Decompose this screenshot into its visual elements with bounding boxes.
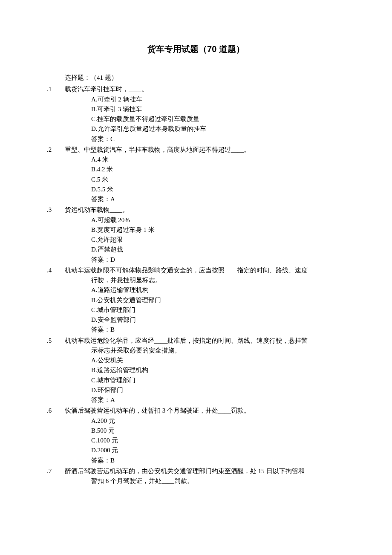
question: .4机动车运载超限不可解体物品影响交通安全的，应当按照____指定的时间、路线、… — [47, 266, 345, 335]
question-stem: 货运机动车载物____。 — [65, 205, 345, 215]
question-number: .7 — [47, 466, 65, 486]
question-option: B.道路运输管理机构 — [65, 365, 345, 375]
question-option: A.道路运输管理机构 — [65, 285, 345, 295]
question-option: B.500 元 — [65, 426, 345, 436]
question-option: C.1000 元 — [65, 436, 345, 445]
question-option: D.安全监管部门 — [65, 315, 345, 325]
question-option: D.5.5 米 — [65, 185, 345, 194]
question-option: C.允许超限 — [65, 235, 345, 245]
question-stem: 饮酒后驾驶营运机动车的，处暂扣 3 个月驾驶证，并处____罚款。 — [65, 406, 345, 416]
question-option: A.4 米 — [65, 155, 345, 165]
question-stem: 机动车运载超限不可解体物品影响交通安全的，应当按照____指定的时间、路线、速度 — [65, 266, 345, 275]
question-answer: 答案：C — [65, 134, 345, 144]
question-number: .3 — [47, 205, 65, 265]
question-option: C.城市管理部门 — [65, 305, 345, 315]
question-answer: 答案：D — [65, 255, 345, 265]
question-stem-cont: 示标志并采取必要的安全措施。 — [65, 346, 345, 356]
question-stem: 机动车载运危险化学品，应当经____批准后，按指定的时间、路线、速度行驶，悬挂警 — [65, 336, 345, 346]
question: .5机动车载运危险化学品，应当经____批准后，按指定的时间、路线、速度行驶，悬… — [47, 336, 345, 405]
question-option: A.200 元 — [65, 416, 345, 426]
question-body: 重型、中型载货汽车，半挂车载物，高度从地面起不得超过____。A.4 米B.4.… — [65, 145, 345, 205]
question: .2重型、中型载货汽车，半挂车载物，高度从地面起不得超过____。A.4 米B.… — [47, 145, 345, 205]
question: .7醉酒后驾驶营运机动车的，由公安机关交通管理部门约束至酒醒，处 15 日以下拘… — [47, 466, 345, 486]
question-option: B.可牵引 3 辆挂车 — [65, 104, 345, 114]
question-body: 机动车运载超限不可解体物品影响交通安全的，应当按照____指定的时间、路线、速度… — [65, 266, 345, 335]
question-number: .4 — [47, 266, 65, 335]
question-body: 货运机动车载物____。A.可超载 20%B.宽度可超过车身 1 米C.允许超限… — [65, 205, 345, 265]
question-body: 载货汽车牵引挂车时，____。A.可牵引 2 辆挂车B.可牵引 3 辆挂车C.挂… — [65, 84, 345, 144]
question-option: B.4.2 米 — [65, 165, 345, 174]
question-number: .5 — [47, 336, 65, 405]
question-answer: 答案：B — [65, 325, 345, 335]
question-option: A.公安机关 — [65, 356, 345, 365]
question-number: .1 — [47, 84, 65, 144]
question: .6饮酒后驾驶营运机动车的，处暂扣 3 个月驾驶证，并处____罚款。A.200… — [47, 406, 345, 465]
question-option: D.允许牵引总质量超过本身载质量的挂车 — [65, 124, 345, 134]
question-answer: 答案：B — [65, 456, 345, 465]
question: .3货运机动车载物____。A.可超载 20%B.宽度可超过车身 1 米C.允许… — [47, 205, 345, 265]
page-title: 货车专用试题（70 道题） — [47, 43, 345, 56]
question-stem: 重型、中型载货汽车，半挂车载物，高度从地面起不得超过____。 — [65, 145, 345, 155]
question: .1载货汽车牵引挂车时，____。A.可牵引 2 辆挂车B.可牵引 3 辆挂车C… — [47, 84, 345, 144]
question-option: D.严禁超载 — [65, 245, 345, 254]
question-stem-cont: 暂扣 6 个月驾驶证，并处____罚款。 — [65, 476, 345, 486]
question-number: .2 — [47, 145, 65, 205]
question-answer: 答案：A — [65, 194, 345, 204]
question-option: A.可超载 20% — [65, 215, 345, 225]
question-option: C.挂车的载质量不得超过牵引车载质量 — [65, 114, 345, 124]
question-stem: 醉酒后驾驶营运机动车的，由公安机关交通管理部门约束至酒醒，处 15 日以下拘留和 — [65, 466, 345, 476]
question-option: C.城市管理部门 — [65, 376, 345, 385]
question-list: .1载货汽车牵引挂车时，____。A.可牵引 2 辆挂车B.可牵引 3 辆挂车C… — [47, 84, 345, 486]
question-option: A.可牵引 2 辆挂车 — [65, 95, 345, 104]
question-stem: 载货汽车牵引挂车时，____。 — [65, 84, 345, 94]
question-option: C.5 米 — [65, 175, 345, 185]
question-option: B.公安机关交通管理部门 — [65, 295, 345, 305]
question-body: 醉酒后驾驶营运机动车的，由公安机关交通管理部门约束至酒醒，处 15 日以下拘留和… — [65, 466, 345, 486]
question-answer: 答案：A — [65, 395, 345, 405]
question-body: 饮酒后驾驶营运机动车的，处暂扣 3 个月驾驶证，并处____罚款。A.200 元… — [65, 406, 345, 465]
question-number: .6 — [47, 406, 65, 465]
question-option: B.宽度可超过车身 1 米 — [65, 225, 345, 235]
question-option: D.2000 元 — [65, 445, 345, 455]
question-option: D.环保部门 — [65, 385, 345, 395]
question-stem-cont: 行驶，并悬挂明显标志。 — [65, 275, 345, 285]
question-body: 机动车载运危险化学品，应当经____批准后，按指定的时间、路线、速度行驶，悬挂警… — [65, 336, 345, 405]
section-heading: 选择题：（41 题） — [65, 73, 345, 83]
